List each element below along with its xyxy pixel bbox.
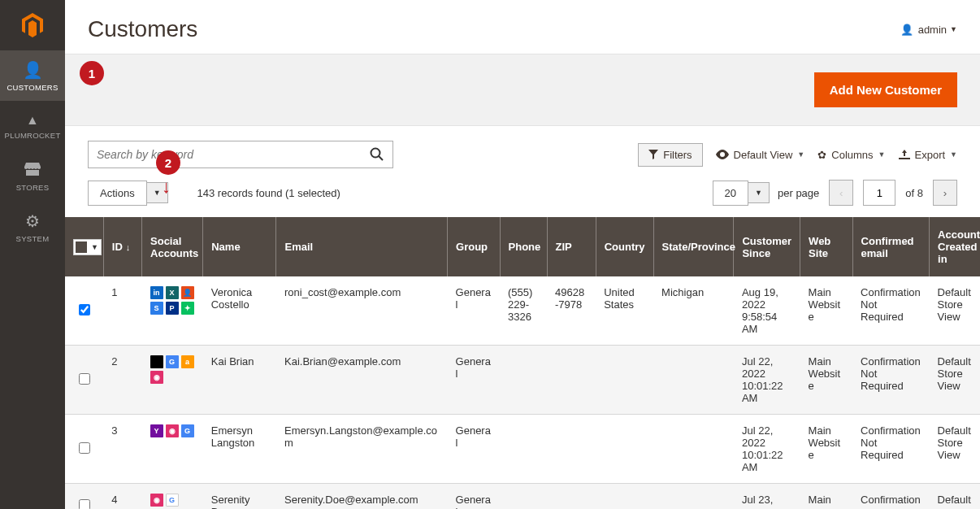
cell-zip: 49628-7978	[547, 276, 596, 346]
column-created-in[interactable]: Account Created in	[930, 217, 980, 276]
search-icon	[370, 147, 384, 162]
row-checkbox[interactable]	[79, 304, 90, 315]
social-icon: a	[181, 355, 194, 368]
cell-name: Kai Brian	[203, 346, 276, 415]
magento-logo[interactable]	[0, 0, 65, 50]
export-label: Export	[915, 149, 946, 161]
social-icon: G	[166, 355, 179, 368]
cell-id: 1	[103, 276, 141, 346]
cell-created_in: Default Store View	[930, 276, 980, 346]
actions-button[interactable]: Actions	[88, 181, 147, 206]
social-icon: Y	[150, 424, 163, 437]
cell-website: Main	[800, 484, 852, 510]
column-state[interactable]: State/Province	[653, 217, 734, 276]
row-checkbox[interactable]	[79, 373, 90, 385]
cell-phone: (555) 229-3326	[500, 276, 547, 346]
per-page-dropdown[interactable]: ▼	[748, 182, 770, 203]
sort-desc-icon: ↓	[126, 242, 131, 252]
sidebar-label: CUSTOMERS	[7, 83, 58, 92]
column-group[interactable]: Group	[448, 217, 500, 276]
column-country[interactable]: Country	[596, 217, 653, 276]
export-button[interactable]: Export ▼	[899, 149, 958, 161]
column-since[interactable]: Customer Since	[734, 217, 800, 276]
column-phone[interactable]: Phone	[500, 217, 547, 276]
cell-country	[596, 415, 653, 484]
table-row[interactable]: 1inX👤SP✦Veronica Costelloroni_cost@examp…	[65, 276, 980, 346]
column-confirmed[interactable]: Confirmed email	[852, 217, 930, 276]
cell-website: Main Website	[800, 415, 852, 484]
column-name[interactable]: Name	[203, 217, 276, 276]
select-all-header[interactable]: ▼	[65, 217, 103, 276]
cell-name: Emersyn Langston	[203, 415, 276, 484]
funnel-icon	[648, 150, 658, 159]
cell-since: Jul 22, 2022 10:01:22 AM	[734, 346, 800, 415]
cell-state	[653, 346, 734, 415]
per-page-value: 20	[713, 181, 748, 206]
cell-group: General	[448, 346, 500, 415]
social-icon: S	[150, 302, 163, 315]
user-icon: 👤	[900, 24, 913, 36]
default-view-button[interactable]: Default View ▼	[716, 149, 805, 161]
user-menu[interactable]: 👤 admin ▼	[900, 24, 957, 36]
search-button[interactable]	[361, 141, 393, 168]
row-checkbox[interactable]	[79, 499, 90, 510]
cell-confirmed: Confirmation	[852, 484, 930, 510]
row-checkbox[interactable]	[79, 442, 90, 454]
table-row[interactable]: 3Y◉GEmersyn LangstonEmersyn.Langston@exa…	[65, 415, 980, 484]
sidebar-label: PLUMROCKET	[5, 131, 61, 140]
table-row[interactable]: 2Ga◉Kai BrianKai.Brian@example.comGenera…	[65, 346, 980, 415]
export-icon	[899, 150, 910, 159]
cell-country	[596, 346, 653, 415]
column-email[interactable]: Email	[276, 217, 448, 276]
sidebar-item-plumrocket[interactable]: ▲ PLUMROCKET	[0, 101, 65, 151]
social-icon: G	[166, 494, 179, 507]
filters-button[interactable]: Filters	[638, 143, 702, 167]
cell-website: Main Website	[800, 276, 852, 346]
cell-social: Y◉G	[142, 415, 203, 484]
current-page-input[interactable]	[863, 180, 895, 206]
cell-social: ◉G	[142, 484, 203, 510]
sidebar-item-customers[interactable]: 👤 CUSTOMERS	[0, 50, 65, 101]
sidebar-item-stores[interactable]: STORES	[0, 151, 65, 202]
search-input[interactable]	[88, 141, 393, 168]
column-zip[interactable]: ZIP	[547, 217, 596, 276]
social-icon: ◉	[166, 424, 179, 437]
user-name: admin	[918, 24, 947, 36]
total-pages: of 8	[905, 187, 923, 199]
social-icon: ◉	[150, 371, 163, 384]
columns-button[interactable]: ✿ Columns ▼	[817, 149, 885, 161]
column-id[interactable]: ID↓	[103, 217, 141, 276]
customers-grid: ▼ ID↓ Social Accounts Name Email Group P…	[65, 217, 980, 509]
prev-page-button[interactable]: ‹	[829, 180, 853, 206]
person-icon: 👤	[23, 60, 43, 80]
add-new-customer-button[interactable]: Add New Customer	[814, 72, 957, 107]
column-social[interactable]: Social Accounts	[142, 217, 203, 276]
social-icon: ✦	[181, 302, 194, 315]
cell-social: inX👤SP✦	[142, 276, 203, 346]
cell-group: General	[448, 415, 500, 484]
cell-confirmed: Confirmation Not Required	[852, 415, 930, 484]
next-page-button[interactable]: ›	[933, 180, 957, 206]
social-icon: 👤	[181, 286, 194, 299]
social-icon: in	[150, 286, 163, 299]
cell-confirmed: Confirmation Not Required	[852, 276, 930, 346]
cell-since: Aug 19, 2022 9:58:54 AM	[734, 276, 800, 346]
cell-created_in: Default Store View	[930, 346, 980, 415]
sidebar: 👤 CUSTOMERS ▲ PLUMROCKET STORES ⚙ SYSTEM	[0, 0, 65, 509]
cell-social: Ga◉	[142, 346, 203, 415]
page-title: Customers	[88, 16, 197, 42]
table-row[interactable]: 4◉GSerenity DoeSerenity.Doe@example.comG…	[65, 484, 980, 510]
eye-icon	[716, 150, 729, 159]
toolbar: ← 1 Add New Customer	[65, 54, 980, 126]
filters-label: Filters	[663, 149, 692, 161]
annotation-arrow: ↓	[162, 176, 171, 198]
cell-zip	[547, 484, 596, 510]
column-website[interactable]: Web Site	[800, 217, 852, 276]
sidebar-item-system[interactable]: ⚙ SYSTEM	[0, 202, 65, 252]
cell-since: Jul 23,	[734, 484, 800, 510]
cell-phone	[500, 415, 547, 484]
chevron-down-icon: ▼	[797, 150, 804, 159]
annotation-badge-2: 2	[156, 150, 180, 175]
cell-zip	[547, 415, 596, 484]
annotation-badge-1: 1	[80, 61, 104, 85]
